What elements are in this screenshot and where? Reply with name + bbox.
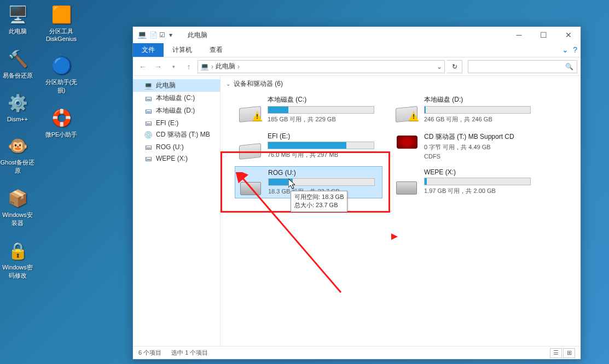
- desktop-icon-label: 分区工具DiskGenius: [44, 27, 79, 42]
- desktop-icon-label: Windows密码修改: [0, 263, 35, 280]
- status-selected: 选中 1 个项目: [171, 349, 208, 357]
- desktop-icon-label: 易备份还原: [3, 72, 33, 80]
- qat-dd-icon[interactable]: ▾: [169, 31, 177, 39]
- desktop-icon[interactable]: 🛟 微PE小助手: [44, 105, 79, 139]
- sidebar-item-label: 本地磁盘 (C:): [156, 93, 195, 103]
- play-marker-icon: [391, 233, 398, 240]
- pc-icon: 💻: [137, 30, 147, 40]
- search-input[interactable]: 🔍: [468, 60, 577, 73]
- ribbon-tabs: 文件 计算机 查看 ⌄ ?: [133, 43, 581, 57]
- drive-icon: 💻: [144, 81, 153, 90]
- explorer-window: 💻 📄 ☑ ▾ 此电脑 ─ ☐ ✕ 文件 计算机 查看 ⌄ ? ← → ▾ ↑ …: [132, 26, 581, 360]
- desktop-icon[interactable]: ⚙️ Dism++: [0, 91, 35, 122]
- maximize-button[interactable]: ☐: [531, 27, 556, 43]
- drive-fs: CDFS: [424, 153, 537, 160]
- sidebar-item[interactable]: 🖴 ROG (U:): [133, 141, 220, 152]
- app-icon: 🖥️: [5, 2, 30, 26]
- sidebar-item[interactable]: 🖴 本地磁盘 (C:): [133, 92, 220, 104]
- drive-stats: 246 GB 可用，共 246 GB: [424, 115, 537, 124]
- drive-icon: 🖴: [144, 119, 153, 127]
- tab-file[interactable]: 文件: [133, 43, 164, 57]
- ribbon-collapse-icon[interactable]: ⌄: [562, 45, 569, 54]
- drive-icon: 🖴: [144, 154, 153, 162]
- drive-item[interactable]: EFI (E:) 76.0 MB 可用，共 297 MB: [235, 130, 382, 162]
- up-button[interactable]: ↑: [182, 60, 195, 73]
- drive-icon: 🖴: [144, 107, 153, 115]
- desktop-icon[interactable]: 🔨 易备份还原: [0, 46, 35, 80]
- sidebar-item[interactable]: 🖴 EFI (E:): [133, 117, 220, 128]
- desktop-icon-label: Windows安装器: [0, 211, 35, 227]
- content-pane: ⌄ 设备和驱动器 (6) ! 本地磁盘 (C:) 185 GB 可用，共 229…: [221, 76, 581, 346]
- recent-dd-icon[interactable]: ▾: [167, 60, 180, 73]
- window-title: 此电脑: [188, 31, 207, 40]
- back-button[interactable]: ←: [136, 60, 149, 73]
- desktop-icon[interactable]: 🔵 分区助手(无损): [44, 53, 79, 95]
- navbar: ← → ▾ ↑ 💻 › 此电脑 › ⌄ ↻ 🔍: [133, 57, 581, 76]
- drive-item[interactable]: WEPE (X:) 1.97 GB 可用，共 2.00 GB: [391, 166, 539, 198]
- tooltip-line1: 可用空间: 18.3 GB: [294, 193, 344, 201]
- desktop-icon[interactable]: 🐵 Ghost备份还原: [0, 133, 35, 175]
- refresh-button[interactable]: ↻: [447, 60, 462, 73]
- sidebar-item[interactable]: 🖴 本地磁盘 (D:): [133, 104, 220, 117]
- drive-stats: 0 字节 可用，共 4.49 GB: [424, 143, 537, 151]
- drive-item[interactable]: ! 本地磁盘 (D:) 246 GB 可用，共 246 GB: [391, 93, 539, 126]
- minimize-button[interactable]: ─: [507, 27, 531, 43]
- view-details-button[interactable]: ☰: [550, 348, 562, 358]
- app-icon: 🔨: [5, 46, 30, 71]
- sidebar-item[interactable]: 💿 CD 驱动器 (T:) MB: [133, 128, 220, 141]
- drive-stats: 1.97 GB 可用，共 2.00 GB: [424, 187, 537, 195]
- desktop-icon-label: 此电脑: [9, 27, 27, 36]
- sidebar-item-label: CD 驱动器 (T:) MB: [156, 130, 210, 139]
- drive-name: 本地磁盘 (D:): [424, 95, 537, 104]
- close-button[interactable]: ✕: [556, 27, 581, 43]
- drive-icon: 💿: [144, 131, 153, 139]
- desktop-icon[interactable]: 🔒 Windows密码修改: [0, 238, 35, 280]
- svg-marker-3: [288, 179, 295, 189]
- desktop-icon[interactable]: 📦 Windows安装器: [0, 186, 35, 227]
- drive-icon: 🖴: [144, 143, 153, 151]
- addr-dropdown-icon[interactable]: ⌄: [437, 63, 442, 71]
- sidebar-item[interactable]: 💻 此电脑: [133, 79, 220, 92]
- hdd-icon: [239, 143, 261, 160]
- drive-item[interactable]: ! 本地磁盘 (C:) 185 GB 可用，共 229 GB: [235, 93, 382, 126]
- sidebar-item-label: ROG (U:): [156, 143, 184, 151]
- drive-name: CD 驱动器 (T:) MB Support CD: [424, 132, 537, 142]
- desktop-icon[interactable]: 🟧 分区工具DiskGenius: [44, 2, 79, 42]
- desktop-icons: 🖥️ 此电脑🔨 易备份还原⚙️ Dism++🐵 Ghost备份还原📦 Windo…: [0, 0, 79, 280]
- section-header[interactable]: ⌄ 设备和驱动器 (6): [226, 79, 575, 89]
- drive-usage-bar: [424, 178, 531, 185]
- tab-view[interactable]: 查看: [201, 43, 231, 57]
- addressbar[interactable]: 💻 › 此电脑 › ⌄: [198, 60, 445, 73]
- usb-drive-icon: [396, 181, 417, 195]
- drive-name: EFI (E:): [268, 132, 380, 140]
- statusbar: 6 个项目 选中 1 个项目 ☰ ⊞: [133, 346, 581, 359]
- drive-usage-bar: [268, 178, 375, 186]
- drive-item[interactable]: CD 驱动器 (T:) MB Support CD 0 字节 可用，共 4.49…: [391, 130, 539, 162]
- svg-marker-2: [391, 233, 398, 240]
- drive-usage-bar: [424, 106, 531, 114]
- titlebar: 💻 📄 ☑ ▾ 此电脑 ─ ☐ ✕: [133, 27, 581, 43]
- tooltip-line2: 总大小: 23.7 GB: [294, 201, 344, 209]
- forward-button[interactable]: →: [152, 60, 165, 73]
- drive-name: ROG (U:): [268, 169, 380, 177]
- desktop-icon-label: Ghost备份还原: [0, 158, 35, 175]
- app-icon: 🛟: [49, 105, 73, 130]
- drive-usage-bar: [268, 142, 374, 149]
- app-icon: ⚙️: [5, 91, 30, 115]
- qat-props-icon[interactable]: 📄: [149, 31, 157, 39]
- section-title: 设备和驱动器 (6): [234, 79, 283, 89]
- help-icon[interactable]: ?: [573, 45, 577, 54]
- app-icon: 🟧: [49, 2, 73, 26]
- qat-check-icon[interactable]: ☑: [159, 31, 167, 39]
- view-tiles-button[interactable]: ⊞: [563, 348, 575, 358]
- app-icon: 🔒: [5, 238, 30, 262]
- app-icon: 📦: [5, 186, 30, 210]
- sidebar-item-label: EFI (E:): [156, 119, 178, 127]
- sidebar-item[interactable]: 🖴 WEPE (X:): [133, 152, 220, 164]
- desktop-icon-label: 分区助手(无损): [44, 78, 79, 95]
- rog-icon: [397, 136, 417, 149]
- tab-computer[interactable]: 计算机: [164, 43, 201, 57]
- desktop-icon[interactable]: 🖥️ 此电脑: [0, 2, 35, 36]
- sidebar-item-label: 本地磁盘 (D:): [156, 106, 195, 115]
- breadcrumb-root[interactable]: 此电脑: [216, 62, 235, 71]
